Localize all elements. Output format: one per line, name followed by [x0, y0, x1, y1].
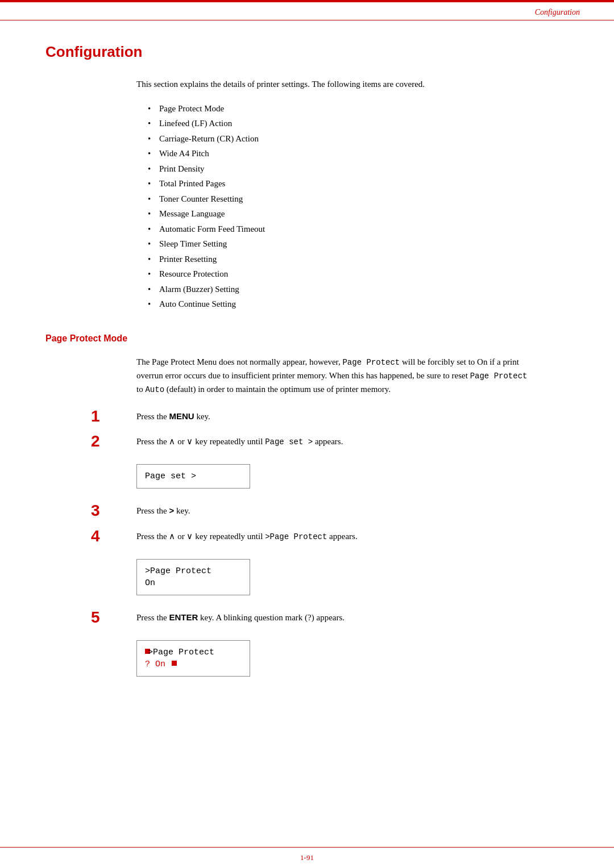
step-5: 5 Press the ENTER key. A blinking questi…	[91, 609, 580, 627]
step-4: 4 Press the ∧ or ∨ key repeatedly until …	[91, 528, 580, 545]
lcd-line-4-2: On	[145, 577, 242, 589]
list-item: Printer Resetting	[148, 253, 580, 266]
list-item: Alarm (Buzzer) Setting	[148, 283, 580, 296]
step-number-3: 3	[91, 502, 136, 520]
step-4-container: 4 Press the ∧ or ∨ key repeatedly until …	[91, 528, 580, 601]
list-item: Auto Continue Setting	[148, 298, 580, 311]
step-4-code: >Page Protect	[265, 532, 327, 541]
step-number-4: 4	[91, 528, 136, 545]
step-3-content: Press the > key.	[136, 502, 580, 518]
step-3: 3 Press the > key.	[91, 502, 580, 520]
enter-key-label: ENTER	[169, 612, 198, 622]
step-1-content: Press the MENU key.	[136, 408, 580, 423]
step-1: 1 Press the MENU key.	[91, 408, 580, 425]
greater-key-label: >	[169, 506, 175, 515]
step-4-content: Press the ∧ or ∨ key repeatedly until >P…	[136, 528, 580, 543]
list-item: Automatic Form Feed Timeout	[148, 223, 580, 236]
blink-indicator-bottom	[172, 661, 177, 666]
step-5-content: Press the ENTER key. A blinking question…	[136, 609, 580, 624]
list-item: Page Protect Mode	[148, 102, 580, 115]
main-content: Configuration This section explains the …	[0, 20, 614, 713]
page-header: Configuration	[0, 2, 614, 20]
page-title: Configuration	[45, 43, 580, 61]
lcd-line-1: Page set >	[145, 470, 242, 482]
step-2-content: Press the ∧ or ∨ key repeatedly until Pa…	[136, 433, 580, 448]
page-number: 1-91	[300, 853, 314, 862]
lcd-display-5: >Page Protect ? On	[136, 640, 250, 677]
step-2-container: 2 Press the ∧ or ∨ key repeatedly until …	[91, 433, 580, 494]
list-item: Message Language	[148, 207, 580, 220]
step-4-display: >Page Protect On	[136, 553, 580, 601]
inline-code-1: Page Protect	[342, 358, 400, 367]
header-section-label: Configuration	[535, 8, 580, 17]
list-item: Sleep Timer Setting	[148, 237, 580, 251]
subsection-title: Page Protect Mode	[45, 333, 580, 344]
list-item: Total Printed Pages	[148, 177, 580, 190]
lcd-line-4-1: >Page Protect	[145, 565, 242, 577]
list-item: Carriage-Return (CR) Action	[148, 132, 580, 145]
menu-key-label: MENU	[169, 411, 194, 421]
lcd-line-5-1: >Page Protect	[145, 646, 242, 658]
step-number-5: 5	[91, 609, 136, 627]
lcd-display-4: >Page Protect On	[136, 559, 250, 595]
step-2-code: Page set >	[265, 437, 313, 446]
steps-container: 1 Press the MENU key. 2 Press the ∧ or ∨…	[91, 408, 580, 682]
list-item: Wide A4 Pitch	[148, 147, 580, 160]
step-5-display: >Page Protect ? On	[136, 635, 580, 682]
question-mark-label: ? On	[145, 660, 165, 669]
list-item: Toner Counter Resetting	[148, 193, 580, 206]
list-item: Linefeed (LF) Action	[148, 117, 580, 130]
page: Configuration Configuration This section…	[0, 0, 614, 868]
step-2: 2 Press the ∧ or ∨ key repeatedly until …	[91, 433, 580, 450]
step-number-2: 2	[91, 433, 136, 450]
list-item: Print Density	[148, 162, 580, 176]
inline-code-3: Auto	[145, 385, 164, 394]
inline-code-2: Page Protect	[470, 372, 528, 381]
page-footer: 1-91	[0, 847, 614, 868]
step-number-1: 1	[91, 408, 136, 425]
lcd-line-5-2: ? On	[145, 658, 242, 670]
intro-paragraph: This section explains the details of pri…	[136, 78, 523, 91]
step-2-display: Page set >	[136, 458, 580, 494]
step-5-container: 5 Press the ENTER key. A blinking questi…	[91, 609, 580, 682]
lcd-display-2: Page set >	[136, 464, 250, 489]
list-item: Resource Protection	[148, 268, 580, 281]
subsection-description: The Page Protect Menu does not normally …	[136, 355, 534, 397]
topics-list: Page Protect Mode Linefeed (LF) Action C…	[148, 102, 580, 311]
